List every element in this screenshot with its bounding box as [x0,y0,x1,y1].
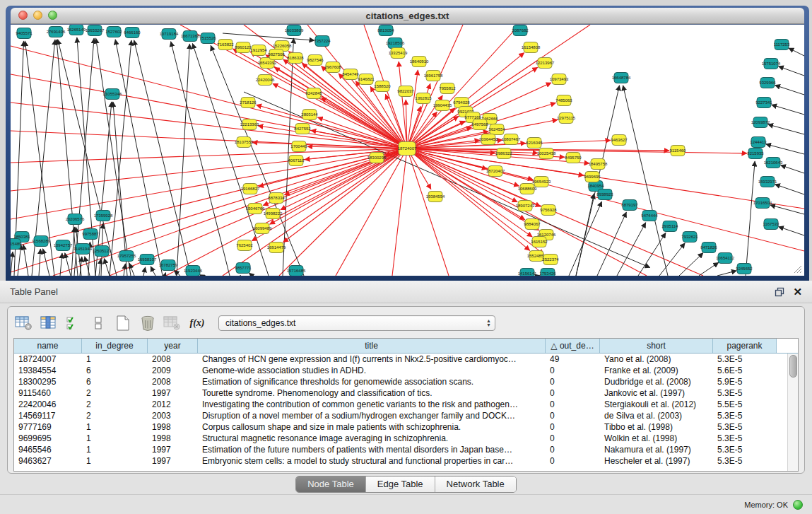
window-titlebar[interactable]: citations_edges.txt [11,8,804,24]
graph-node[interactable]: 6497568 [471,119,488,130]
graph-node[interactable]: 8427552 [294,124,311,134]
graph-node[interactable]: 10653267 [86,25,105,36]
graph-node[interactable]: 9405571 [16,28,33,39]
graph-node[interactable]: 10654112 [716,253,735,264]
graph-node[interactable]: 8495759 [565,153,582,163]
table-row[interactable]: 2242004622012Investigating the contribut… [14,399,798,410]
graph-node[interactable]: 16958107 [138,255,157,265]
graph-node[interactable]: 9756928 [540,205,557,216]
graph-node[interactable]: 2935114 [662,221,679,232]
graph-node[interactable]: 1362815 [415,93,432,104]
graph-node[interactable]: 10025438 [537,148,556,159]
graph-node[interactable]: 15932971 [758,177,777,187]
function-builder-button[interactable]: f(x) [187,313,208,334]
graph-node[interactable]: 9827508 [268,49,285,60]
column-header-name[interactable]: name [14,339,82,353]
create-column-button[interactable] [112,313,134,334]
graph-node[interactable]: 16671368 [181,31,200,42]
graph-node[interactable]: 18495758 [589,159,608,170]
graph-node[interactable]: 6879197 [621,200,638,211]
table-row[interactable]: 1830029562008Estimation of significance … [14,376,798,387]
column-header-short[interactable]: short [600,339,713,353]
graph-node[interactable]: 16154808 [522,42,541,53]
graph-node[interactable]: 9146821 [358,74,375,85]
graph-node[interactable]: 17359928 [94,211,113,221]
graph-node[interactable]: 19904435 [433,100,452,111]
graph-node[interactable]: 14156141 [518,269,537,276]
graph-node[interactable]: 11568289 [32,236,51,247]
graph-node[interactable]: 2522374 [542,255,559,265]
graph-node[interactable]: 9474444 [641,211,658,221]
graph-node[interactable]: 9115460 [670,146,687,156]
select-rows-button[interactable] [63,313,84,334]
graph-node[interactable]: 1588520 [374,81,391,92]
graph-node[interactable]: 1244413 [750,137,767,148]
graph-node[interactable]: 8960123 [235,42,252,53]
graph-node[interactable]: 1117253 [774,40,790,50]
graph-node[interactable]: 1167533 [763,219,780,230]
graph-node[interactable]: 2803144 [301,110,318,120]
graph-node[interactable]: 9884067 [524,219,541,230]
graph-node[interactable]: 13942757 [54,240,73,251]
graph-node[interactable]: 8878334 [268,193,285,204]
graph-node[interactable]: 18907243 [516,201,535,211]
graph-node[interactable]: 21055346 [103,89,122,100]
scrollbar-thumb[interactable] [789,355,797,378]
graph-node[interactable]: 22420046 [256,75,275,86]
table-row[interactable]: 969969511998Structural magnetic resonanc… [14,433,798,444]
float-panel-icon[interactable] [775,287,784,297]
tab-network-table[interactable]: Network Table [435,477,516,492]
graph-node[interactable]: 8938923 [596,189,613,200]
graph-node[interactable]: 9857771 [235,263,252,274]
graph-node[interactable]: 1527602 [105,27,122,37]
graph-node[interactable]: 2087682 [512,25,529,36]
graph-node[interactable]: 15716485 [287,266,306,276]
graph-node[interactable]: 2986322 [495,148,512,159]
graph-node[interactable]: 7932621 [681,232,698,243]
close-panel-icon[interactable]: ✕ [793,286,802,297]
graph-node[interactable]: 16648784 [612,73,631,83]
graph-node[interactable]: 18640910 [410,57,429,67]
graph-node[interactable]: 12213967 [536,58,555,69]
column-header-year[interactable]: year [148,339,198,353]
graph-node[interactable]: 8813054 [377,25,394,36]
graph-node[interactable]: 9699695 [584,172,601,182]
graph-node[interactable]: 8215935 [747,148,764,159]
column-header-in_degree[interactable]: in_degree [82,339,148,353]
graph-node[interactable]: 1753426 [539,269,556,276]
graph-node[interactable]: 10807467 [502,134,521,145]
graph-node[interactable]: 17957255 [117,251,136,262]
graph-node[interactable]: 9227341 [755,98,772,108]
graph-node[interactable]: 9827546 [307,55,324,66]
network-canvas[interactable]: 9405571276914061626514910653267152760264… [11,24,804,276]
citation-network-graph[interactable]: 9405571276914061626514910653267152760264… [11,25,804,276]
graph-node[interactable]: 17016504 [753,198,772,209]
graph-node[interactable]: 16210643 [764,158,783,168]
column-header-out_de[interactable]: △ out_de… [546,339,600,353]
graph-node[interactable]: 6216045 [526,138,543,148]
graph-node[interactable]: 7163822 [217,40,234,50]
graph-node[interactable]: 18720407 [486,166,505,177]
graph-node[interactable]: 3624554 [488,124,505,135]
graph-node[interactable]: 1700443 [290,141,307,152]
graph-node[interactable]: 11451944 [73,244,93,255]
table-scrollbar[interactable] [787,354,798,471]
graph-node[interactable]: 7485063 [555,95,572,106]
graph-node[interactable]: 12975115 [557,113,576,124]
graph-node[interactable]: 3915489 [11,239,22,250]
table-row[interactable]: 977716911998Corpus callosum shape and si… [14,421,798,433]
table-row[interactable]: 946554611997Estimation of the future num… [14,444,798,455]
graph-node[interactable]: 8454749 [342,69,359,80]
close-window-button[interactable] [18,11,28,20]
graph-node[interactable]: 9822037 [397,86,414,97]
graph-node[interactable]: 9242845 [305,88,322,99]
graph-node[interactable]: 19384554 [426,192,445,202]
graph-node[interactable]: 7955812 [439,83,456,94]
graph-node[interactable]: 10973493 [550,74,569,85]
graph-node[interactable]: 15046766 [246,204,265,214]
delete-column-button[interactable] [137,313,158,334]
graph-node[interactable]: 16782759 [159,260,178,271]
table-row[interactable]: 1872400712008Changes of HCN gene express… [14,354,798,365]
graph-node[interactable]: 16914479 [267,243,286,253]
graph-node[interactable]: 9975887 [82,229,99,240]
